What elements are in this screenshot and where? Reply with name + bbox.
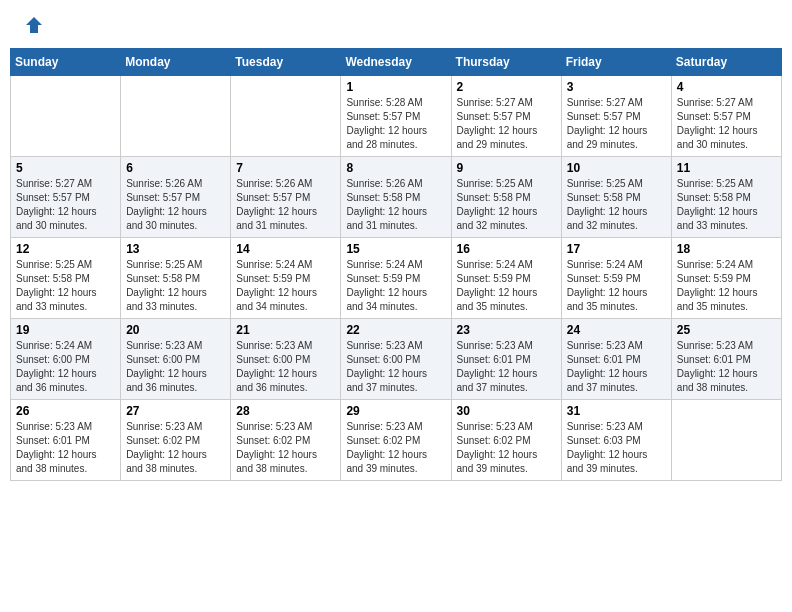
day-header-tuesday: Tuesday xyxy=(231,49,341,76)
day-number: 4 xyxy=(677,80,776,94)
calendar-day-cell: 2Sunrise: 5:27 AM Sunset: 5:57 PM Daylig… xyxy=(451,76,561,157)
day-info: Sunrise: 5:23 AM Sunset: 6:00 PM Dayligh… xyxy=(236,339,335,395)
calendar-header-row: SundayMondayTuesdayWednesdayThursdayFrid… xyxy=(11,49,782,76)
day-number: 8 xyxy=(346,161,445,175)
calendar-day-cell: 11Sunrise: 5:25 AM Sunset: 5:58 PM Dayli… xyxy=(671,157,781,238)
day-info: Sunrise: 5:23 AM Sunset: 6:02 PM Dayligh… xyxy=(457,420,556,476)
day-number: 20 xyxy=(126,323,225,337)
day-info: Sunrise: 5:24 AM Sunset: 5:59 PM Dayligh… xyxy=(346,258,445,314)
calendar-day-cell: 13Sunrise: 5:25 AM Sunset: 5:58 PM Dayli… xyxy=(121,238,231,319)
day-info: Sunrise: 5:23 AM Sunset: 6:01 PM Dayligh… xyxy=(16,420,115,476)
calendar-table: SundayMondayTuesdayWednesdayThursdayFrid… xyxy=(10,48,782,481)
calendar-day-cell: 31Sunrise: 5:23 AM Sunset: 6:03 PM Dayli… xyxy=(561,400,671,481)
logo xyxy=(20,15,44,35)
day-number: 6 xyxy=(126,161,225,175)
day-header-sunday: Sunday xyxy=(11,49,121,76)
day-info: Sunrise: 5:23 AM Sunset: 6:00 PM Dayligh… xyxy=(346,339,445,395)
day-number: 29 xyxy=(346,404,445,418)
day-number: 30 xyxy=(457,404,556,418)
day-number: 28 xyxy=(236,404,335,418)
day-header-wednesday: Wednesday xyxy=(341,49,451,76)
calendar-day-cell: 22Sunrise: 5:23 AM Sunset: 6:00 PM Dayli… xyxy=(341,319,451,400)
day-info: Sunrise: 5:25 AM Sunset: 5:58 PM Dayligh… xyxy=(126,258,225,314)
day-number: 13 xyxy=(126,242,225,256)
calendar-day-cell: 10Sunrise: 5:25 AM Sunset: 5:58 PM Dayli… xyxy=(561,157,671,238)
calendar-day-cell: 25Sunrise: 5:23 AM Sunset: 6:01 PM Dayli… xyxy=(671,319,781,400)
calendar-week-row: 1Sunrise: 5:28 AM Sunset: 5:57 PM Daylig… xyxy=(11,76,782,157)
day-info: Sunrise: 5:23 AM Sunset: 6:02 PM Dayligh… xyxy=(126,420,225,476)
calendar-day-cell xyxy=(671,400,781,481)
calendar-day-cell: 28Sunrise: 5:23 AM Sunset: 6:02 PM Dayli… xyxy=(231,400,341,481)
day-info: Sunrise: 5:23 AM Sunset: 6:02 PM Dayligh… xyxy=(346,420,445,476)
day-info: Sunrise: 5:27 AM Sunset: 5:57 PM Dayligh… xyxy=(567,96,666,152)
calendar-day-cell: 24Sunrise: 5:23 AM Sunset: 6:01 PM Dayli… xyxy=(561,319,671,400)
day-number: 22 xyxy=(346,323,445,337)
calendar-week-row: 19Sunrise: 5:24 AM Sunset: 6:00 PM Dayli… xyxy=(11,319,782,400)
day-number: 21 xyxy=(236,323,335,337)
day-number: 1 xyxy=(346,80,445,94)
day-info: Sunrise: 5:23 AM Sunset: 6:03 PM Dayligh… xyxy=(567,420,666,476)
day-info: Sunrise: 5:24 AM Sunset: 5:59 PM Dayligh… xyxy=(567,258,666,314)
day-number: 16 xyxy=(457,242,556,256)
calendar-day-cell: 16Sunrise: 5:24 AM Sunset: 5:59 PM Dayli… xyxy=(451,238,561,319)
day-info: Sunrise: 5:24 AM Sunset: 5:59 PM Dayligh… xyxy=(677,258,776,314)
day-info: Sunrise: 5:25 AM Sunset: 5:58 PM Dayligh… xyxy=(677,177,776,233)
calendar-day-cell: 21Sunrise: 5:23 AM Sunset: 6:00 PM Dayli… xyxy=(231,319,341,400)
calendar-day-cell: 6Sunrise: 5:26 AM Sunset: 5:57 PM Daylig… xyxy=(121,157,231,238)
calendar-week-row: 26Sunrise: 5:23 AM Sunset: 6:01 PM Dayli… xyxy=(11,400,782,481)
day-number: 5 xyxy=(16,161,115,175)
day-info: Sunrise: 5:23 AM Sunset: 6:01 PM Dayligh… xyxy=(677,339,776,395)
day-header-saturday: Saturday xyxy=(671,49,781,76)
day-info: Sunrise: 5:24 AM Sunset: 5:59 PM Dayligh… xyxy=(457,258,556,314)
calendar-day-cell: 18Sunrise: 5:24 AM Sunset: 5:59 PM Dayli… xyxy=(671,238,781,319)
day-number: 15 xyxy=(346,242,445,256)
day-number: 2 xyxy=(457,80,556,94)
day-info: Sunrise: 5:23 AM Sunset: 6:01 PM Dayligh… xyxy=(457,339,556,395)
day-header-monday: Monday xyxy=(121,49,231,76)
calendar-day-cell: 1Sunrise: 5:28 AM Sunset: 5:57 PM Daylig… xyxy=(341,76,451,157)
calendar-day-cell: 12Sunrise: 5:25 AM Sunset: 5:58 PM Dayli… xyxy=(11,238,121,319)
day-info: Sunrise: 5:27 AM Sunset: 5:57 PM Dayligh… xyxy=(457,96,556,152)
calendar-week-row: 12Sunrise: 5:25 AM Sunset: 5:58 PM Dayli… xyxy=(11,238,782,319)
day-info: Sunrise: 5:23 AM Sunset: 6:01 PM Dayligh… xyxy=(567,339,666,395)
calendar-day-cell xyxy=(121,76,231,157)
day-number: 27 xyxy=(126,404,225,418)
day-info: Sunrise: 5:26 AM Sunset: 5:57 PM Dayligh… xyxy=(126,177,225,233)
day-number: 25 xyxy=(677,323,776,337)
page-header xyxy=(10,10,782,40)
day-number: 14 xyxy=(236,242,335,256)
day-number: 9 xyxy=(457,161,556,175)
calendar-day-cell: 3Sunrise: 5:27 AM Sunset: 5:57 PM Daylig… xyxy=(561,76,671,157)
day-info: Sunrise: 5:24 AM Sunset: 6:00 PM Dayligh… xyxy=(16,339,115,395)
svg-marker-0 xyxy=(26,17,42,33)
calendar-day-cell xyxy=(11,76,121,157)
calendar-day-cell: 30Sunrise: 5:23 AM Sunset: 6:02 PM Dayli… xyxy=(451,400,561,481)
day-info: Sunrise: 5:28 AM Sunset: 5:57 PM Dayligh… xyxy=(346,96,445,152)
calendar-week-row: 5Sunrise: 5:27 AM Sunset: 5:57 PM Daylig… xyxy=(11,157,782,238)
calendar-day-cell: 19Sunrise: 5:24 AM Sunset: 6:00 PM Dayli… xyxy=(11,319,121,400)
day-info: Sunrise: 5:27 AM Sunset: 5:57 PM Dayligh… xyxy=(677,96,776,152)
day-number: 3 xyxy=(567,80,666,94)
day-number: 10 xyxy=(567,161,666,175)
day-info: Sunrise: 5:25 AM Sunset: 5:58 PM Dayligh… xyxy=(16,258,115,314)
calendar-day-cell: 8Sunrise: 5:26 AM Sunset: 5:58 PM Daylig… xyxy=(341,157,451,238)
calendar-day-cell: 4Sunrise: 5:27 AM Sunset: 5:57 PM Daylig… xyxy=(671,76,781,157)
day-info: Sunrise: 5:26 AM Sunset: 5:57 PM Dayligh… xyxy=(236,177,335,233)
day-info: Sunrise: 5:24 AM Sunset: 5:59 PM Dayligh… xyxy=(236,258,335,314)
calendar-day-cell xyxy=(231,76,341,157)
calendar-day-cell: 26Sunrise: 5:23 AM Sunset: 6:01 PM Dayli… xyxy=(11,400,121,481)
day-number: 26 xyxy=(16,404,115,418)
day-number: 11 xyxy=(677,161,776,175)
calendar-day-cell: 23Sunrise: 5:23 AM Sunset: 6:01 PM Dayli… xyxy=(451,319,561,400)
day-number: 7 xyxy=(236,161,335,175)
day-header-thursday: Thursday xyxy=(451,49,561,76)
logo-icon xyxy=(24,15,44,35)
calendar-day-cell: 17Sunrise: 5:24 AM Sunset: 5:59 PM Dayli… xyxy=(561,238,671,319)
day-info: Sunrise: 5:26 AM Sunset: 5:58 PM Dayligh… xyxy=(346,177,445,233)
calendar-day-cell: 9Sunrise: 5:25 AM Sunset: 5:58 PM Daylig… xyxy=(451,157,561,238)
calendar-day-cell: 20Sunrise: 5:23 AM Sunset: 6:00 PM Dayli… xyxy=(121,319,231,400)
day-info: Sunrise: 5:25 AM Sunset: 5:58 PM Dayligh… xyxy=(457,177,556,233)
day-number: 31 xyxy=(567,404,666,418)
day-info: Sunrise: 5:23 AM Sunset: 6:00 PM Dayligh… xyxy=(126,339,225,395)
day-info: Sunrise: 5:25 AM Sunset: 5:58 PM Dayligh… xyxy=(567,177,666,233)
